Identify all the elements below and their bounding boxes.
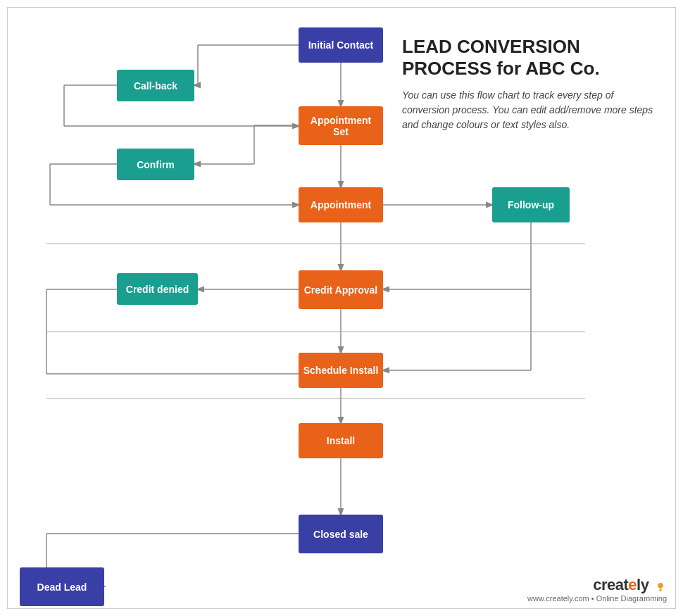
creately-sub: www.creately.com • Online Diagramming (527, 594, 667, 603)
appointment-node: Appointment (299, 187, 383, 222)
credit-approval-node: Credit Approval (299, 270, 383, 309)
title-area: LEAD CONVERSION PROCESS for ABC Co. You … (402, 36, 656, 132)
dead-lead-node: Dead Lead (20, 567, 104, 606)
diagram-container: Initial Contact Call-back Appointment Se… (7, 7, 676, 609)
closed-sale-node: Closed sale (299, 515, 383, 553)
appointment-set-node: Appointment Set (299, 106, 383, 145)
install-node: Install (299, 423, 383, 458)
call-back-node: Call-back (117, 70, 194, 101)
initial-contact-node: Initial Contact (299, 27, 383, 63)
confirm-node: Confirm (117, 149, 194, 180)
creately-name: creately (593, 576, 653, 593)
credit-denied-node: Credit denied (117, 273, 198, 305)
page-description: You can use this flow chart to track eve… (402, 88, 656, 132)
follow-up-node: Follow-up (492, 187, 570, 222)
svg-rect-36 (660, 589, 662, 591)
schedule-install-node: Schedule Install (299, 353, 383, 388)
creately-logo: creately www.creately.com • Online Diagr… (527, 576, 667, 603)
page-title: LEAD CONVERSION PROCESS for ABC Co. (402, 36, 656, 80)
bulb-icon (654, 581, 667, 593)
svg-point-35 (658, 583, 663, 589)
